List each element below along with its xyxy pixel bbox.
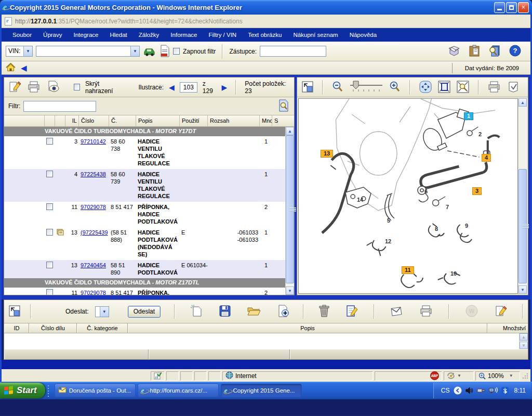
network-icon[interactable]	[489, 387, 498, 394]
menu-zalozky[interactable]: Záložky	[133, 30, 165, 40]
part-number-link[interactable]: 97210142	[81, 138, 106, 145]
pan-icon[interactable]	[419, 80, 432, 95]
menu-soubor[interactable]: Soubor	[7, 30, 37, 40]
table-row[interactable]: 13 (97225439 (58 51 888) HADICE PODTLAKO…	[4, 227, 285, 260]
filtr-input[interactable]	[23, 101, 96, 112]
illustration-page-input[interactable]	[180, 82, 197, 93]
scroll-down-icon[interactable]: ▼	[520, 342, 528, 349]
row-checkbox[interactable]	[46, 171, 53, 177]
zoom-slider[interactable]	[349, 80, 383, 95]
callout-10[interactable]: 10	[450, 270, 457, 277]
menu-informace[interactable]: Informace	[165, 30, 203, 40]
task-gm-catalog[interactable]: e Copyright 2015 Gene...	[221, 384, 302, 397]
zoom-in-icon[interactable]	[389, 81, 401, 94]
row-checkbox[interactable]	[46, 138, 53, 145]
illustration-scrollbar[interactable]: ▲ ▼	[518, 98, 527, 294]
bheader-kategorie[interactable]: Č. kategorie	[77, 323, 128, 333]
address-bar[interactable]: http://127.0.0.1:351/PQMace/root.fve?wid…	[2, 15, 530, 28]
callout-2[interactable]: 2	[478, 131, 482, 138]
part-number-link[interactable]: 97240454	[81, 262, 106, 268]
new-list-icon[interactable]	[190, 304, 203, 319]
menu-text-obrazku[interactable]: Text obrázku	[242, 30, 287, 40]
address-url[interactable]: http://127.0.0.1:351/PQMace/root.fve?wid…	[15, 18, 243, 25]
callout-12[interactable]: 12	[385, 238, 391, 245]
adblock-icon[interactable]: ABP	[430, 371, 439, 380]
notes-icon[interactable]	[448, 45, 460, 58]
vin-value-dropdown[interactable]: ▼	[36, 46, 140, 57]
callout-1[interactable]: 1	[464, 112, 473, 120]
send-mail-icon[interactable]	[390, 305, 404, 318]
scroll-thumb[interactable]	[286, 135, 294, 283]
bheader-mnozstvi[interactable]: Množství	[487, 323, 528, 333]
prev-illustration-icon[interactable]: ◀	[169, 84, 175, 91]
menu-filtry-vin[interactable]: Filtry / VIN	[203, 30, 243, 40]
search-book-icon[interactable]	[488, 45, 501, 58]
zoom-selection-icon[interactable]	[456, 80, 470, 95]
edit-list-icon[interactable]	[345, 304, 359, 319]
zoom-pane[interactable]: 100% ▼	[475, 371, 520, 381]
header-il[interactable]: IL	[65, 115, 79, 126]
maximize-button[interactable]	[506, 2, 517, 13]
callout-5[interactable]: 5	[387, 217, 390, 224]
edit-pencil-icon[interactable]	[8, 80, 22, 95]
volume-icon[interactable]	[466, 387, 473, 394]
note-check-icon[interactable]	[507, 81, 520, 94]
chevron-down-icon[interactable]: ▼	[509, 373, 513, 378]
row-checkbox[interactable]	[46, 289, 53, 295]
part-number-link[interactable]: 97029078	[81, 204, 106, 210]
chevron-down-icon[interactable]: ▼	[23, 46, 32, 56]
vin-document-icon[interactable]	[159, 45, 170, 58]
vehicle-search-icon[interactable]	[143, 45, 156, 58]
menu-upravy[interactable]: Úpravy	[37, 30, 68, 40]
clipboard-icon[interactable]	[469, 45, 480, 58]
part-number-link[interactable]: 97029078	[81, 290, 106, 295]
row-checkbox[interactable]	[46, 262, 53, 268]
print-illustration-icon[interactable]	[487, 81, 502, 94]
part-number-link[interactable]: (97225439	[81, 229, 108, 236]
print-preview-icon[interactable]	[47, 80, 61, 95]
search-document-icon[interactable]	[277, 99, 290, 113]
callout-14[interactable]: 14	[357, 197, 363, 203]
menu-napoveda[interactable]: Nápověda	[344, 30, 382, 40]
delete-icon[interactable]	[318, 304, 330, 319]
header-c[interactable]: Č.	[109, 115, 136, 126]
zastupce-input[interactable]	[260, 46, 326, 57]
callout-11[interactable]: 11	[402, 266, 414, 274]
save-list-icon[interactable]	[219, 305, 231, 318]
protection-pane[interactable]: ▼	[444, 371, 474, 381]
chevron-down-icon[interactable]: ▼	[100, 307, 109, 317]
print-icon[interactable]	[27, 81, 42, 94]
menu-hledat[interactable]: Hledat	[104, 30, 132, 40]
table-row[interactable]: 11 97029078 8 51 417 PŘÍPONKA, HADICE PO…	[4, 202, 285, 227]
header-mno[interactable]: Mno	[260, 115, 272, 126]
home-icon[interactable]	[6, 63, 16, 73]
add-item-icon[interactable]	[277, 304, 289, 319]
zoom-out-icon[interactable]	[331, 81, 344, 94]
open-list-icon[interactable]	[247, 305, 261, 318]
vin-type-dropdown[interactable]: VIN: ▼	[6, 46, 33, 57]
scroll-thumb[interactable]	[518, 169, 527, 283]
hide-icons-icon[interactable]	[454, 386, 462, 395]
back-icon[interactable]: ◀	[21, 64, 27, 72]
row-checkbox[interactable]	[46, 229, 53, 236]
start-button[interactable]: Start	[0, 383, 45, 398]
fit-page-icon[interactable]	[437, 80, 451, 95]
header-rozsah[interactable]: Rozsah	[208, 115, 260, 126]
zapnout-filtr-checkbox[interactable]	[173, 48, 180, 55]
bheader-cislo-dilu[interactable]: Číslo dílu	[29, 323, 77, 333]
task-forum[interactable]: e http://forum.cars.cz/...	[138, 384, 219, 397]
chevron-down-icon[interactable]: ▼	[457, 373, 461, 378]
scroll-up-icon[interactable]: ▲	[520, 333, 528, 341]
menu-nakupni-seznam[interactable]: Nákupní seznam	[287, 30, 343, 40]
chevron-down-icon[interactable]: ▼	[130, 46, 139, 56]
callout-7[interactable]: 7	[446, 204, 449, 211]
callout-13[interactable]: 13	[321, 150, 333, 158]
header-popis[interactable]: Popis	[136, 115, 180, 126]
illustration-canvas[interactable]: 1 2 3 4 5 6 7 8 9 10 11 12 13 14	[298, 98, 518, 294]
send-target-dropdown[interactable]: ▼	[95, 306, 109, 317]
callout-4[interactable]: 4	[482, 154, 491, 162]
menu-integrace[interactable]: Integrace	[68, 30, 104, 40]
shopping-scrollbar[interactable]: ▲ ▼	[519, 333, 528, 349]
table-row[interactable]: 4 97225438 58 60 739 HADICE VENTILU TLAK…	[4, 169, 285, 202]
close-button[interactable]: ×	[518, 2, 529, 13]
